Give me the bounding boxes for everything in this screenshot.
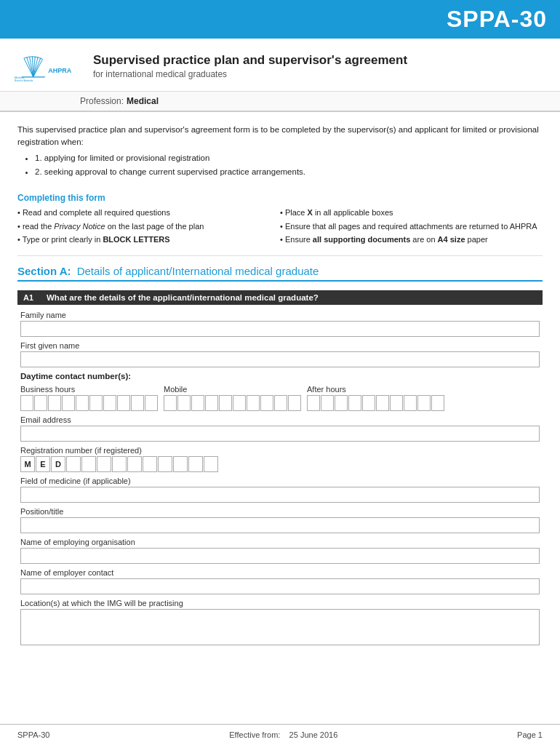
family-name-label: Family name (20, 311, 540, 319)
bh-box-4[interactable] (62, 395, 75, 411)
header-top-bar: SPPA-30 (0, 0, 560, 39)
question-a1-block: A1 What are the details of the applicant… (17, 290, 543, 645)
bh-box-2[interactable] (34, 395, 47, 411)
bh-box-6[interactable] (89, 395, 103, 411)
profession-row: Profession: Medical (0, 92, 560, 112)
reg-box-8[interactable] (173, 456, 188, 472)
first-given-name-group: First given name (17, 341, 543, 367)
section-a-heading: Section A: Details of applicant/Internat… (17, 265, 543, 282)
registration-boxes: M E D (20, 456, 540, 472)
footer-center: Effective from: 25 June 2016 (229, 730, 337, 739)
reg-prefix-m: M (20, 456, 35, 472)
bh-box-9[interactable] (131, 395, 144, 411)
mob-box-9[interactable] (274, 395, 287, 411)
mob-box-3[interactable] (191, 395, 204, 411)
mob-box-10[interactable] (288, 395, 301, 411)
first-given-name-input[interactable] (20, 351, 540, 367)
reg-box-1[interactable] (66, 456, 81, 472)
mob-box-8[interactable] (260, 395, 273, 411)
business-hours-label: Business hours (20, 385, 158, 394)
intro-section: This supervised practice plan and superv… (0, 112, 560, 188)
location-input[interactable] (20, 609, 540, 645)
email-label: Email address (20, 415, 540, 424)
footer-right: Page 1 (517, 730, 543, 739)
after-hours-label: After hours (307, 385, 444, 394)
family-name-input[interactable] (20, 321, 540, 337)
footer-left: SPPA-30 (17, 730, 49, 739)
registration-label: Registration number (if registered) (20, 446, 540, 455)
after-hours-boxes (307, 395, 444, 411)
question-a1-header: A1 What are the details of the applicant… (17, 290, 543, 305)
ah-box-2[interactable] (321, 395, 334, 411)
mob-box-5[interactable] (219, 395, 232, 411)
position-title-input[interactable] (20, 517, 540, 533)
question-a1-text: What are the details of the applicant/in… (47, 293, 319, 302)
completing-item-6: Ensure all supporting documents are on A… (280, 233, 543, 247)
reg-box-7[interactable] (158, 456, 172, 472)
intro-list: 1. applying for limited or provisional r… (35, 152, 543, 179)
reg-box-5[interactable] (127, 456, 142, 472)
completing-col-left: Read and complete all required questions… (17, 206, 280, 247)
mob-box-2[interactable] (177, 395, 191, 411)
profession-value: Medical (127, 96, 159, 106)
mobile-group: Mobile (164, 385, 301, 411)
ah-box-8[interactable] (404, 395, 417, 411)
bh-box-5[interactable] (76, 395, 89, 411)
bh-box-1[interactable] (20, 395, 33, 411)
mob-box-6[interactable] (233, 395, 246, 411)
question-a1-section: A1 What are the details of the applicant… (0, 282, 560, 650)
completing-item-1: Read and complete all required questions (17, 206, 280, 220)
ah-box-10[interactable] (431, 395, 444, 411)
family-name-group: Family name (17, 311, 543, 337)
employing-org-input[interactable] (20, 548, 540, 564)
mob-box-7[interactable] (247, 395, 260, 411)
reg-box-3[interactable] (97, 456, 111, 472)
bh-box-7[interactable] (103, 395, 116, 411)
ah-box-9[interactable] (417, 395, 431, 411)
bh-box-3[interactable] (48, 395, 61, 411)
reg-box-10[interactable] (204, 456, 218, 472)
section-divider (17, 255, 543, 256)
completing-cols: Read and complete all required questions… (17, 206, 543, 247)
first-given-name-label: First given name (20, 341, 540, 350)
bh-box-8[interactable] (117, 395, 130, 411)
header-logo-row: Medical Board of Australia AHPRA Supervi… (0, 39, 560, 92)
bh-box-10[interactable] (145, 395, 158, 411)
reg-box-2[interactable] (81, 456, 96, 472)
employing-org-label: Name of employing organisation (20, 538, 540, 546)
ah-box-6[interactable] (376, 395, 389, 411)
business-hours-boxes (20, 395, 158, 411)
location-label: Location(s) at which the IMG will be pra… (20, 599, 540, 607)
ah-box-3[interactable] (335, 395, 348, 411)
mob-box-4[interactable] (205, 395, 218, 411)
reg-prefix-e: E (36, 456, 50, 472)
mob-box-1[interactable] (164, 395, 177, 411)
intro-item-2: 2. seeking approval to change current su… (35, 166, 543, 178)
reg-box-4[interactable] (112, 456, 127, 472)
email-group: Email address (17, 415, 543, 442)
employer-contact-label: Name of employer contact (20, 568, 540, 577)
completing-item-4: Place X in all applicable boxes (280, 206, 543, 220)
ah-box-5[interactable] (362, 395, 375, 411)
ah-box-4[interactable] (348, 395, 361, 411)
after-hours-group: After hours (307, 385, 444, 411)
svg-text:Board of Australia: Board of Australia (15, 79, 33, 82)
form-code: SPPA-30 (447, 6, 547, 33)
email-input[interactable] (20, 426, 540, 442)
position-title-group: Position/title (17, 507, 543, 533)
ah-box-1[interactable] (307, 395, 320, 411)
reg-box-9[interactable] (188, 456, 203, 472)
field-of-medicine-label: Field of medicine (if applicable) (20, 477, 540, 485)
logo-area: Medical Board of Australia AHPRA (15, 47, 80, 85)
ah-box-7[interactable] (390, 395, 403, 411)
employer-contact-group: Name of employer contact (17, 568, 543, 594)
daytime-contact-label: Daytime contact number(s): (20, 372, 540, 381)
reg-box-6[interactable] (143, 456, 157, 472)
business-hours-group: Business hours (20, 385, 158, 411)
location-group: Location(s) at which the IMG will be pra… (17, 599, 543, 645)
field-of-medicine-input[interactable] (20, 487, 540, 503)
footer: SPPA-30 Effective from: 25 June 2016 Pag… (0, 724, 560, 745)
mobile-label: Mobile (164, 385, 301, 394)
employer-contact-input[interactable] (20, 578, 540, 594)
completing-heading: Completing this form (17, 193, 543, 203)
